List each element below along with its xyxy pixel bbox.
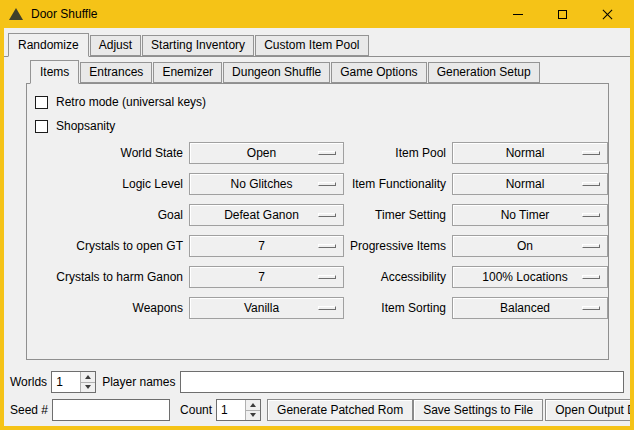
open-output-directory-button[interactable]: Open Output Directory <box>545 399 630 421</box>
weapons-label: Weapons <box>35 301 183 315</box>
world-state-dropdown[interactable]: Open <box>189 142 344 164</box>
dropdown-indicator-icon <box>318 151 336 155</box>
crystals-ganon-value: 7 <box>258 270 275 284</box>
count-spinner-buttons <box>245 400 260 420</box>
progressive-items-value: On <box>517 239 543 253</box>
goal-label: Goal <box>35 208 183 222</box>
generate-patched-rom-button[interactable]: Generate Patched Rom <box>267 399 413 421</box>
dropdown-indicator-icon <box>318 275 336 279</box>
window-title: Door Shuffle <box>31 7 98 21</box>
close-button[interactable] <box>585 0 630 28</box>
crystals-gt-label: Crystals to open GT <box>35 239 183 253</box>
goal-value: Defeat Ganon <box>224 208 309 222</box>
shopsanity-row: Shopsanity <box>35 114 608 138</box>
tab-entrances[interactable]: Entrances <box>80 62 152 83</box>
player-names-input[interactable] <box>180 371 625 393</box>
seed-input[interactable] <box>52 399 170 421</box>
worlds-spinner[interactable]: 1 <box>51 371 96 393</box>
title-bar: Door Shuffle <box>4 0 630 28</box>
tab-generation-setup[interactable]: Generation Setup <box>428 62 540 83</box>
inner-tab-bar: Items Entrances Enemizer Dungeon Shuffle… <box>26 60 609 83</box>
window-controls <box>495 0 630 28</box>
client-area: Randomize Adjust Starting Inventory Cust… <box>4 28 630 426</box>
maximize-button[interactable] <box>540 0 585 28</box>
item-functionality-dropdown[interactable]: Normal <box>452 173 608 195</box>
app-icon <box>9 8 23 20</box>
crystals-ganon-label: Crystals to harm Ganon <box>35 270 183 284</box>
item-sorting-label: Item Sorting <box>350 301 446 315</box>
dropdown-indicator-icon <box>582 306 600 310</box>
count-spin-down-button[interactable] <box>245 410 260 421</box>
dropdown-indicator-icon <box>582 182 600 186</box>
item-pool-value: Normal <box>506 146 555 160</box>
dropdown-indicator-icon <box>582 275 600 279</box>
arrow-up-icon <box>85 375 91 379</box>
tab-enemizer[interactable]: Enemizer <box>153 62 222 83</box>
item-pool-dropdown[interactable]: Normal <box>452 142 608 164</box>
item-sorting-value: Balanced <box>500 301 560 315</box>
randomize-pane: Items Entrances Enemizer Dungeon Shuffle… <box>4 56 630 360</box>
app-window: Door Shuffle Randomize Adjust Starting I… <box>0 0 634 430</box>
accessibility-label: Accessibility <box>350 270 446 284</box>
arrow-down-icon <box>250 413 256 417</box>
outer-tab-bar: Randomize Adjust Starting Inventory Cust… <box>4 33 630 56</box>
save-settings-button[interactable]: Save Settings to File <box>413 399 543 421</box>
weapons-dropdown[interactable]: Vanilla <box>189 297 344 319</box>
dropdown-indicator-icon <box>318 213 336 217</box>
inner-notebook: Items Entrances Enemizer Dungeon Shuffle… <box>26 60 609 360</box>
logic-level-dropdown[interactable]: No Glitches <box>189 173 344 195</box>
world-state-value: Open <box>247 146 286 160</box>
worlds-spin-up-button[interactable] <box>80 372 95 382</box>
crystals-ganon-dropdown[interactable]: 7 <box>189 266 344 288</box>
crystals-gt-value: 7 <box>258 239 275 253</box>
count-spin-up-button[interactable] <box>245 400 260 410</box>
dropdown-indicator-icon <box>582 244 600 248</box>
dropdown-indicator-icon <box>318 182 336 186</box>
shopsanity-checkbox[interactable] <box>35 120 48 133</box>
tab-items[interactable]: Items <box>30 60 79 84</box>
tab-custom-item-pool[interactable]: Custom Item Pool <box>255 35 368 56</box>
options-grid: World State Open Item Pool Normal Logic … <box>35 142 608 319</box>
retro-mode-row: Retro mode (universal keys) <box>35 90 608 114</box>
maximize-icon <box>558 10 567 19</box>
tab-dungeon-shuffle[interactable]: Dungeon Shuffle <box>223 62 330 83</box>
dropdown-indicator-icon <box>318 306 336 310</box>
dropdown-indicator-icon <box>582 213 600 217</box>
count-label: Count <box>180 403 212 417</box>
logic-level-value: No Glitches <box>230 177 302 191</box>
item-sorting-dropdown[interactable]: Balanced <box>452 297 608 319</box>
close-icon <box>601 8 614 21</box>
worlds-spin-down-button[interactable] <box>80 382 95 393</box>
seed-label: Seed # <box>10 403 48 417</box>
timer-setting-label: Timer Setting <box>350 208 446 222</box>
shopsanity-label: Shopsanity <box>56 119 115 133</box>
count-spinner[interactable]: 1 <box>216 399 261 421</box>
timer-setting-value: No Timer <box>501 208 560 222</box>
minimize-button[interactable] <box>495 0 540 28</box>
tab-adjust[interactable]: Adjust <box>90 35 141 56</box>
arrow-up-icon <box>250 403 256 407</box>
crystals-gt-dropdown[interactable]: 7 <box>189 235 344 257</box>
count-value[interactable]: 1 <box>217 400 245 420</box>
arrow-down-icon <box>85 385 91 389</box>
minimize-icon <box>513 14 523 15</box>
tab-starting-inventory[interactable]: Starting Inventory <box>142 35 254 56</box>
dropdown-indicator-icon <box>582 151 600 155</box>
worlds-spinner-buttons <box>80 372 95 392</box>
tab-game-options[interactable]: Game Options <box>331 62 426 83</box>
accessibility-dropdown[interactable]: 100% Locations <box>452 266 608 288</box>
item-functionality-value: Normal <box>506 177 555 191</box>
goal-dropdown[interactable]: Defeat Ganon <box>189 204 344 226</box>
dropdown-indicator-icon <box>318 244 336 248</box>
tab-randomize[interactable]: Randomize <box>8 33 89 57</box>
timer-setting-dropdown[interactable]: No Timer <box>452 204 608 226</box>
player-names-label: Player names <box>102 375 175 389</box>
weapons-value: Vanilla <box>244 301 289 315</box>
worlds-value[interactable]: 1 <box>52 372 80 392</box>
logic-level-label: Logic Level <box>35 177 183 191</box>
progressive-items-dropdown[interactable]: On <box>452 235 608 257</box>
items-pane: Retro mode (universal keys) Shopsanity W… <box>26 83 609 360</box>
retro-mode-checkbox[interactable] <box>35 96 48 109</box>
item-functionality-label: Item Functionality <box>350 177 446 191</box>
worlds-row: Worlds 1 Player names <box>10 371 624 393</box>
